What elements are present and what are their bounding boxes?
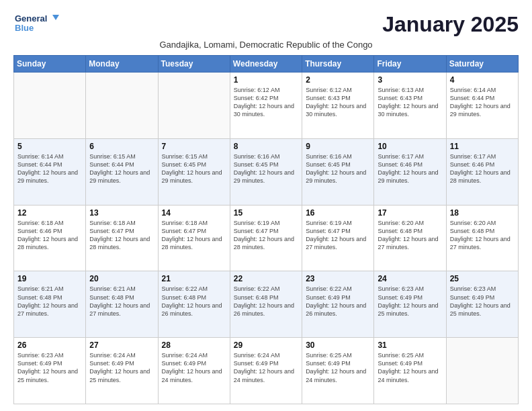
day-number: 10: [378, 142, 442, 151]
subtitle: Gandajika, Lomami, Democratic Republic o…: [13, 40, 519, 50]
calendar-week-3: 12Sunrise: 6:18 AMSunset: 6:46 PMDayligh…: [14, 205, 519, 271]
day-number: 7: [162, 142, 226, 151]
calendar-cell: 1Sunrise: 6:12 AMSunset: 6:42 PMDaylight…: [230, 73, 302, 139]
day-number: 22: [234, 274, 298, 283]
day-number: 11: [450, 142, 515, 151]
day-info: Sunrise: 6:19 AMSunset: 6:47 PMDaylight:…: [234, 220, 294, 250]
calendar-weekday-friday: Friday: [374, 56, 446, 73]
day-number: 20: [89, 274, 154, 283]
day-number: 12: [17, 208, 82, 218]
day-number: 18: [450, 208, 515, 218]
day-info: Sunrise: 6:24 AMSunset: 6:49 PMDaylight:…: [89, 352, 150, 383]
svg-text:General: General: [15, 13, 47, 24]
day-number: 5: [17, 142, 82, 151]
calendar-week-5: 26Sunrise: 6:23 AMSunset: 6:49 PMDayligh…: [14, 338, 519, 404]
calendar-cell: 27Sunrise: 6:24 AMSunset: 6:49 PMDayligh…: [86, 338, 158, 404]
day-info: Sunrise: 6:12 AMSunset: 6:43 PMDaylight:…: [306, 87, 366, 118]
calendar-cell: 19Sunrise: 6:21 AMSunset: 6:48 PMDayligh…: [14, 271, 86, 338]
calendar-cell: 15Sunrise: 6:19 AMSunset: 6:47 PMDayligh…: [230, 205, 302, 271]
day-info: Sunrise: 6:22 AMSunset: 6:49 PMDaylight:…: [306, 285, 366, 316]
logo: General Blue: [13, 12, 60, 36]
day-info: Sunrise: 6:23 AMSunset: 6:49 PMDaylight:…: [378, 285, 438, 316]
calendar-cell: 31Sunrise: 6:25 AMSunset: 6:49 PMDayligh…: [374, 338, 446, 404]
day-number: 25: [450, 274, 515, 283]
calendar-weekday-sunday: Sunday: [14, 56, 86, 73]
day-info: Sunrise: 6:20 AMSunset: 6:48 PMDaylight:…: [378, 220, 438, 250]
calendar-cell: 13Sunrise: 6:18 AMSunset: 6:47 PMDayligh…: [86, 205, 158, 271]
day-number: 14: [162, 208, 226, 218]
day-number: 27: [89, 340, 154, 350]
day-number: 3: [378, 75, 442, 85]
calendar-cell: 26Sunrise: 6:23 AMSunset: 6:49 PMDayligh…: [14, 338, 86, 404]
day-number: 1: [234, 75, 298, 85]
day-number: 28: [162, 340, 226, 350]
day-number: 19: [17, 274, 82, 283]
calendar-cell: 18Sunrise: 6:20 AMSunset: 6:48 PMDayligh…: [446, 205, 518, 271]
day-number: 26: [17, 340, 82, 350]
day-number: 15: [234, 208, 298, 218]
calendar-cell: 25Sunrise: 6:23 AMSunset: 6:49 PMDayligh…: [446, 271, 518, 338]
calendar-weekday-monday: Monday: [86, 56, 158, 73]
day-number: 13: [89, 208, 154, 218]
calendar-cell: 17Sunrise: 6:20 AMSunset: 6:48 PMDayligh…: [374, 205, 446, 271]
calendar-cell: 2Sunrise: 6:12 AMSunset: 6:43 PMDaylight…: [302, 73, 374, 139]
header: General Blue January 2025: [13, 12, 519, 37]
calendar-cell: 22Sunrise: 6:22 AMSunset: 6:48 PMDayligh…: [230, 271, 302, 338]
calendar-header-row: SundayMondayTuesdayWednesdayThursdayFrid…: [14, 56, 519, 73]
day-number: 23: [306, 274, 370, 283]
calendar-weekday-saturday: Saturday: [446, 56, 518, 73]
calendar-cell: 8Sunrise: 6:16 AMSunset: 6:45 PMDaylight…: [230, 138, 302, 205]
month-title: January 2025: [382, 12, 519, 37]
day-info: Sunrise: 6:13 AMSunset: 6:43 PMDaylight:…: [378, 87, 438, 118]
calendar-cell: 6Sunrise: 6:15 AMSunset: 6:44 PMDaylight…: [86, 138, 158, 205]
day-info: Sunrise: 6:14 AMSunset: 6:44 PMDaylight:…: [17, 153, 78, 184]
day-number: 17: [378, 208, 442, 218]
page: General Blue January 2025 Gandajika, Lom…: [0, 0, 532, 411]
day-info: Sunrise: 6:12 AMSunset: 6:42 PMDaylight:…: [234, 87, 294, 118]
day-info: Sunrise: 6:25 AMSunset: 6:49 PMDaylight:…: [378, 352, 438, 383]
calendar-weekday-thursday: Thursday: [302, 56, 374, 73]
day-info: Sunrise: 6:20 AMSunset: 6:48 PMDaylight:…: [450, 220, 511, 250]
calendar-cell: [158, 73, 230, 139]
day-info: Sunrise: 6:18 AMSunset: 6:46 PMDaylight:…: [17, 220, 78, 250]
calendar-cell: 16Sunrise: 6:19 AMSunset: 6:47 PMDayligh…: [302, 205, 374, 271]
title-block: January 2025: [382, 12, 519, 37]
day-info: Sunrise: 6:23 AMSunset: 6:49 PMDaylight:…: [450, 285, 511, 316]
calendar-cell: 28Sunrise: 6:24 AMSunset: 6:49 PMDayligh…: [158, 338, 230, 404]
day-info: Sunrise: 6:17 AMSunset: 6:46 PMDaylight:…: [378, 153, 438, 184]
day-info: Sunrise: 6:16 AMSunset: 6:45 PMDaylight:…: [306, 153, 366, 184]
calendar-cell: [446, 338, 518, 404]
day-info: Sunrise: 6:25 AMSunset: 6:49 PMDaylight:…: [306, 352, 366, 383]
day-info: Sunrise: 6:24 AMSunset: 6:49 PMDaylight:…: [162, 352, 222, 383]
calendar-cell: 30Sunrise: 6:25 AMSunset: 6:49 PMDayligh…: [302, 338, 374, 404]
day-info: Sunrise: 6:16 AMSunset: 6:45 PMDaylight:…: [234, 153, 294, 184]
calendar-week-1: 1Sunrise: 6:12 AMSunset: 6:42 PMDaylight…: [14, 73, 519, 139]
day-info: Sunrise: 6:18 AMSunset: 6:47 PMDaylight:…: [89, 220, 150, 250]
calendar-week-2: 5Sunrise: 6:14 AMSunset: 6:44 PMDaylight…: [14, 138, 519, 205]
day-number: 21: [162, 274, 226, 283]
day-number: 24: [378, 274, 442, 283]
calendar-cell: 20Sunrise: 6:21 AMSunset: 6:48 PMDayligh…: [86, 271, 158, 338]
calendar-cell: 29Sunrise: 6:24 AMSunset: 6:49 PMDayligh…: [230, 338, 302, 404]
calendar-cell: 5Sunrise: 6:14 AMSunset: 6:44 PMDaylight…: [14, 138, 86, 205]
calendar-cell: 14Sunrise: 6:18 AMSunset: 6:47 PMDayligh…: [158, 205, 230, 271]
calendar-weekday-tuesday: Tuesday: [158, 56, 230, 73]
day-info: Sunrise: 6:19 AMSunset: 6:47 PMDaylight:…: [306, 220, 366, 250]
day-number: 16: [306, 208, 370, 218]
day-info: Sunrise: 6:15 AMSunset: 6:44 PMDaylight:…: [89, 153, 150, 184]
calendar-week-4: 19Sunrise: 6:21 AMSunset: 6:48 PMDayligh…: [14, 271, 519, 338]
calendar-cell: 9Sunrise: 6:16 AMSunset: 6:45 PMDaylight…: [302, 138, 374, 205]
day-info: Sunrise: 6:22 AMSunset: 6:48 PMDaylight:…: [162, 285, 222, 316]
calendar-cell: 3Sunrise: 6:13 AMSunset: 6:43 PMDaylight…: [374, 73, 446, 139]
day-info: Sunrise: 6:23 AMSunset: 6:49 PMDaylight:…: [17, 352, 78, 383]
day-info: Sunrise: 6:21 AMSunset: 6:48 PMDaylight:…: [89, 285, 150, 316]
calendar-cell: 24Sunrise: 6:23 AMSunset: 6:49 PMDayligh…: [374, 271, 446, 338]
logo-svg: General Blue: [13, 12, 60, 36]
calendar-weekday-wednesday: Wednesday: [230, 56, 302, 73]
day-info: Sunrise: 6:14 AMSunset: 6:44 PMDaylight:…: [450, 87, 511, 118]
calendar-cell: 11Sunrise: 6:17 AMSunset: 6:46 PMDayligh…: [446, 138, 518, 205]
day-info: Sunrise: 6:24 AMSunset: 6:49 PMDaylight:…: [234, 352, 294, 383]
day-info: Sunrise: 6:22 AMSunset: 6:48 PMDaylight:…: [234, 285, 294, 316]
calendar-cell: 7Sunrise: 6:15 AMSunset: 6:45 PMDaylight…: [158, 138, 230, 205]
calendar-cell: [86, 73, 158, 139]
